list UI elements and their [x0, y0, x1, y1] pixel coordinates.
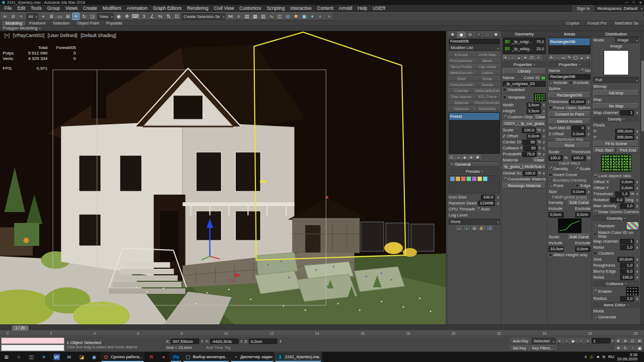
modifier-button[interactable]: STL Check — [475, 94, 500, 99]
time-slider-handle[interactable]: 1 / 29 — [12, 325, 28, 330]
image-mode-dropdown[interactable]: Full — [593, 77, 639, 83]
properties-header[interactable]: Properties — [503, 62, 546, 67]
next-frame-icon[interactable]: › — [577, 338, 584, 344]
collisions-header[interactable]: Collisions — [593, 281, 639, 286]
consolidate-checkbox[interactable] — [503, 177, 506, 181]
render-production-icon[interactable]: ● — [308, 13, 316, 20]
area-name-field[interactable]: Rectangle096 — [548, 74, 591, 80]
modifier-button[interactable]: Shell — [449, 76, 474, 81]
minimize-button[interactable]: — — [625, 1, 628, 4]
selection-set-combo[interactable]: Create Selection Se — [181, 13, 226, 20]
show-end-result-icon[interactable]: ≡ — [455, 155, 461, 160]
task-view-icon[interactable]: ◫ — [25, 352, 38, 362]
select-and-link-icon[interactable]: ∞ — [1, 13, 9, 20]
material-button[interactable]: fp_grass_( Multi/Sub-Object ) — [503, 164, 546, 170]
random-seed-field[interactable]: 123456 — [478, 201, 495, 206]
spline-area-icon[interactable]: ▭ — [560, 55, 566, 61]
threshold-field[interactable]: 1,0 — [615, 191, 629, 197]
add-time-tag[interactable]: Add Time Tag — [206, 345, 231, 350]
modifier-button[interactable]: Material — [449, 100, 474, 105]
spinner[interactable] — [635, 296, 639, 301]
clusters-radio[interactable] — [593, 251, 597, 255]
cluster-noise-field[interactable]: 100,0 — [620, 275, 634, 280]
ribbon-tab[interactable]: Selection — [50, 21, 73, 26]
modifier-button[interactable]: Sweep — [475, 82, 500, 87]
zoom-all-icon[interactable]: ⊛ — [622, 338, 629, 344]
clear-material-button[interactable]: Clear — [533, 157, 546, 163]
spinner[interactable] — [587, 99, 591, 105]
add-item-icon[interactable]: ✛ — [503, 55, 509, 61]
forest-create-icon[interactable]: ● — [456, 226, 462, 231]
y-coordinate-field[interactable]: -4420,303c — [210, 339, 238, 344]
window-crossing-icon[interactable]: ⊞ — [64, 13, 71, 20]
modifier-button[interactable]: Bend Profile — [449, 64, 474, 69]
fov-icon[interactable]: ◔ — [629, 345, 636, 351]
orbit-icon[interactable]: ↻ — [622, 345, 629, 351]
pick-start-button[interactable]: Pick Start — [593, 147, 616, 153]
select-and-move-icon[interactable]: ✛ — [72, 13, 80, 20]
template-thumbnail[interactable] — [534, 93, 546, 101]
utilities-tab-icon[interactable]: ✱ — [492, 32, 500, 38]
modifier-button[interactable]: Disp Approx — [449, 94, 474, 99]
set-key-button[interactable]: Set Key — [510, 345, 529, 351]
modifier-button[interactable]: Optimize — [449, 106, 474, 111]
maximize-button[interactable]: □ — [633, 1, 635, 4]
general-rollout-header[interactable]: General — [449, 161, 500, 167]
stack-item[interactable]: Forest — [449, 113, 499, 120]
key-mode-dropdown[interactable]: Selected — [532, 338, 556, 344]
list-item[interactable]: _fp_wildg...25,0 — [503, 45, 545, 52]
photoshop-icon[interactable]: Ps — [170, 352, 182, 362]
edit-density-curve-button[interactable]: Edit Curve — [568, 200, 591, 206]
render-setup-icon[interactable]: ✱ — [292, 13, 300, 20]
yandex-icon[interactable]: Я — [145, 352, 157, 362]
image-preview[interactable] — [604, 50, 629, 75]
z-coordinate-field[interactable]: 0,0cm — [249, 339, 277, 344]
scrollbar-thumb[interactable] — [641, 61, 644, 131]
exclude-radio[interactable] — [569, 81, 573, 85]
polygon-modeling-panel[interactable]: Polygon Modeling — [3, 26, 38, 31]
volume-icon[interactable]: ◄ — [595, 354, 600, 359]
distribution-map-button[interactable]: None — [548, 142, 591, 148]
render-iterative-icon[interactable]: ◐ — [317, 13, 324, 20]
diversity-map-channel-field[interactable]: 1 — [620, 239, 634, 244]
bind-to-space-warp-icon[interactable]: ≈ — [17, 13, 25, 20]
mode-dropdown[interactable]: Image — [615, 37, 639, 43]
language-indicator[interactable]: RU — [609, 354, 615, 359]
map-button[interactable]: No Map — [593, 103, 639, 109]
zoom-extents-icon[interactable]: ⊡ — [629, 338, 636, 344]
boundary-size-field[interactable]: 0,0cm — [571, 189, 586, 195]
geometry-name-field[interactable]: _fp_cutgrass_03 — [503, 81, 546, 87]
noise-field[interactable]: 1,0 — [620, 245, 634, 250]
explorer-icon[interactable]: ◪ — [75, 352, 88, 362]
auto-key-button[interactable]: Auto Key — [510, 338, 530, 344]
spinner[interactable] — [635, 185, 639, 191]
menu-item[interactable]: Help — [355, 5, 369, 12]
percent-snap-icon[interactable]: % — [156, 13, 164, 20]
pick-item-icon[interactable]: ⌖ — [535, 55, 541, 61]
spinner[interactable] — [635, 129, 639, 134]
library-button[interactable]: Library — [503, 68, 546, 74]
play-icon[interactable]: ▶ — [570, 338, 577, 344]
disabled-checkbox[interactable] — [503, 88, 506, 92]
fit-to-scene-button[interactable]: Fit to Scene — [593, 141, 639, 147]
draw-gizmo-checkbox[interactable] — [593, 210, 597, 214]
surf-mat-id-field[interactable]: 0 — [571, 125, 586, 131]
menu-item[interactable]: Interactive — [288, 5, 314, 12]
reference-coordinate-combo[interactable]: View — [97, 13, 114, 20]
spinner[interactable] — [635, 179, 639, 185]
spinner[interactable] — [587, 131, 591, 137]
object-area-icon[interactable]: ◯ — [573, 55, 579, 61]
configure-modifier-sets-icon[interactable]: ✱ — [475, 155, 481, 160]
menu-item[interactable]: File — [2, 5, 15, 12]
template-checkbox[interactable] — [503, 95, 506, 99]
menu-item[interactable]: Rendering — [184, 5, 211, 12]
falloff-density-checkbox[interactable] — [548, 167, 552, 171]
pixels-x-field[interactable]: 390,0cm — [615, 129, 634, 134]
tray-chevron-icon[interactable]: ∧ — [584, 354, 587, 359]
network-icon[interactable]: ≋ — [602, 354, 606, 359]
ribbon-toggle-icon[interactable]: ▥ — [259, 13, 267, 20]
ribbon-tab[interactable]: Populate — [103, 21, 126, 26]
custom-object-button[interactable]: 0SDY_-_fp_cut_grass_fiel... — [503, 120, 546, 126]
cloud-render-icon[interactable]: ◑ — [325, 13, 332, 20]
paint-area-icon[interactable]: ✎ — [567, 55, 572, 61]
